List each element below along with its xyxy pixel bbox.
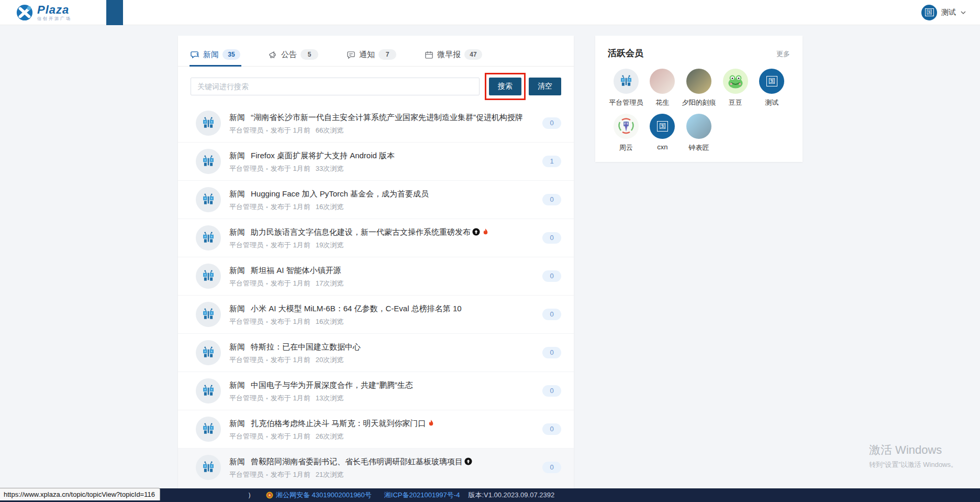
news-author: 平台管理员	[229, 126, 263, 135]
meta-dot: •	[266, 280, 268, 287]
tab[interactable]: 公告 5	[269, 49, 318, 66]
butterfly-icon	[201, 421, 216, 437]
news-meta: 平台管理员 • 发布于 1月前 17次浏览	[229, 279, 535, 288]
news-row[interactable]: 新闻 Firefox 桌面扩展将扩大支持 Android 版本 平台管理员 • …	[178, 143, 574, 181]
police-beian-link[interactable]: 湘公网安备 43019002001960号	[276, 490, 372, 500]
tab-count-badge: 47	[464, 49, 482, 60]
member-item[interactable]: 豆豆	[717, 69, 754, 107]
main-nav	[90, 0, 207, 25]
news-title: 特斯拉：已在中国建立数据中心	[251, 341, 361, 353]
news-title: 中国电子与华为开展深度合作，共建“鹏腾”生态	[251, 379, 413, 391]
icp-beian-link[interactable]: 湘ICP备2021001997号-4	[384, 490, 460, 500]
news-title: 助力民族语言文字信息化建设，新一代蒙古文操作系统重磅发布	[251, 226, 471, 238]
nav-item[interactable]	[140, 0, 157, 25]
tab[interactable]: 通知 7	[347, 49, 396, 66]
active-members-panel: 活跃会员 更多 平台管理员	[595, 36, 803, 162]
news-posted: 发布于 1月前	[271, 470, 310, 479]
author-avatar	[196, 417, 221, 442]
news-row[interactable]: 新闻 “湖南省长沙市新一代自主安全计算系统产业国家先进制造业集群”促进机构授牌 …	[178, 104, 574, 143]
meta-dot: •	[266, 319, 268, 325]
news-row[interactable]: 新闻 Hugging Face 加入 PyTorch 基金会，成为首要成员 平台…	[178, 181, 574, 219]
tab[interactable]: 新闻 35	[191, 49, 240, 66]
meta-dot: •	[266, 472, 268, 478]
butterfly-icon	[201, 268, 216, 284]
megaphone-icon	[269, 50, 277, 59]
member-item[interactable]: 钟表匠	[681, 114, 717, 152]
news-views: 19次浏览	[316, 241, 343, 250]
news-views: 33次浏览	[316, 164, 343, 173]
member-item[interactable]: 国 cxn	[644, 114, 681, 152]
news-body: 新闻 斯坦福 AI 智能体小镇开源 平台管理员 • 发布于 1月前 17次浏览	[229, 265, 535, 288]
search-button[interactable]: 搜索	[489, 78, 521, 95]
nav-item[interactable]	[123, 0, 140, 25]
news-posted: 发布于 1月前	[271, 126, 310, 135]
news-row[interactable]: 新闻 助力民族语言文字信息化建设，新一代蒙古文操作系统重磅发布 平台管理员 •	[178, 219, 574, 257]
search-bar: 搜索 清空	[191, 77, 561, 96]
news-row[interactable]: 新闻 曾毅陪同湖南省委副书记、省长毛伟明调研邵虹基板玻璃项目 平台管理员 • 发…	[178, 449, 574, 487]
user-avatar-char: 国	[925, 8, 934, 16]
site-logo[interactable]: Plaza 信创开源广场	[16, 4, 72, 21]
category-tabs: 新闻 35 公告 5 通知	[178, 36, 574, 67]
news-category: 新闻	[229, 188, 245, 200]
members-grid: 平台管理员 花生 夕阳的刻痕	[608, 69, 790, 152]
user-avatar: 国	[921, 5, 937, 20]
news-row[interactable]: 新闻 斯坦福 AI 智能体小镇开源 平台管理员 • 发布于 1月前 17次浏览 …	[178, 257, 574, 296]
news-row[interactable]: 新闻 扎克伯格考虑终止决斗 马斯克：明天就到你家门口 平台管理员 • 发布于 1…	[178, 410, 574, 449]
member-item[interactable]: 国 测试	[753, 69, 790, 107]
meta-dot: •	[266, 433, 268, 440]
news-row[interactable]: 新闻 小米 AI 大模型 MiLM-6B：64 亿参数，C-Eval 总榜排名第…	[178, 296, 574, 334]
member-item[interactable]: 花生	[644, 69, 681, 107]
member-name: cxn	[657, 143, 667, 151]
news-posted: 发布于 1月前	[271, 241, 310, 250]
reply-count-badge: 1	[542, 156, 561, 167]
butterfly-icon	[201, 154, 216, 169]
tab[interactable]: 微早报 47	[425, 49, 482, 66]
news-views: 21次浏览	[316, 470, 343, 479]
police-badge-icon	[266, 492, 273, 499]
member-item[interactable]: 平台管理员	[608, 69, 644, 107]
footer-fragment: ）	[248, 490, 254, 500]
news-views: 66次浏览	[316, 126, 343, 135]
plaza-x-logo-icon	[16, 4, 34, 21]
news-views: 20次浏览	[316, 355, 343, 365]
nav-item[interactable]	[90, 0, 106, 25]
search-input[interactable]	[191, 78, 480, 95]
news-panel: 新闻 35 公告 5 通知	[178, 36, 574, 488]
news-row[interactable]: 新闻 特斯拉：已在中国建立数据中心 平台管理员 • 发布于 1月前 20次浏览 …	[178, 334, 574, 372]
watermark-line2: 转到“设置”以激活 Windows。	[869, 460, 957, 470]
emblem-icon	[616, 116, 637, 137]
news-meta: 平台管理员 • 发布于 1月前 21次浏览	[229, 470, 535, 479]
member-avatar-butterfly	[614, 69, 639, 94]
news-views: 16次浏览	[316, 317, 343, 326]
author-avatar	[196, 111, 221, 136]
version-text: 版本:V1.00.2023.09.07.2392	[468, 490, 554, 500]
member-avatar-photo	[686, 114, 711, 139]
members-more-link[interactable]: 更多	[776, 49, 790, 59]
author-avatar	[196, 302, 221, 327]
member-item[interactable]: 夕阳的刻痕	[681, 69, 717, 107]
nav-item[interactable]	[190, 0, 207, 25]
tab-count-badge: 5	[300, 49, 318, 60]
news-row[interactable]: 新闻 中国电子与华为开展深度合作，共建“鹏腾”生态 平台管理员 • 发布于 1月…	[178, 372, 574, 410]
member-name: 豆豆	[729, 98, 742, 107]
news-category: 新闻	[229, 303, 245, 314]
member-name: 平台管理员	[609, 98, 643, 107]
user-menu[interactable]: 国 测试	[921, 5, 966, 20]
news-meta: 平台管理员 • 发布于 1月前 16次浏览	[229, 317, 535, 326]
nav-item[interactable]	[157, 0, 173, 25]
news-category: 新闻	[229, 265, 245, 276]
nav-item[interactable]	[106, 0, 123, 25]
reply-count-badge: 0	[542, 232, 561, 244]
reply-count-badge: 0	[542, 194, 561, 205]
member-item[interactable]: 周云	[608, 114, 644, 152]
member-avatar-char: 国	[759, 69, 784, 94]
news-body: 新闻 Hugging Face 加入 PyTorch 基金会，成为首要成员 平台…	[229, 188, 535, 212]
tab-count-badge: 7	[378, 49, 396, 60]
news-body: 新闻 特斯拉：已在中国建立数据中心 平台管理员 • 发布于 1月前 20次浏览	[229, 341, 535, 365]
members-title: 活跃会员	[608, 47, 643, 59]
news-body: 新闻 扎克伯格考虑终止决斗 马斯克：明天就到你家门口 平台管理员 • 发布于 1…	[229, 418, 535, 441]
news-meta: 平台管理员 • 发布于 1月前 33次浏览	[229, 164, 535, 173]
news-posted: 发布于 1月前	[271, 317, 310, 326]
clear-button[interactable]: 清空	[529, 78, 561, 95]
nav-item[interactable]	[173, 0, 190, 25]
